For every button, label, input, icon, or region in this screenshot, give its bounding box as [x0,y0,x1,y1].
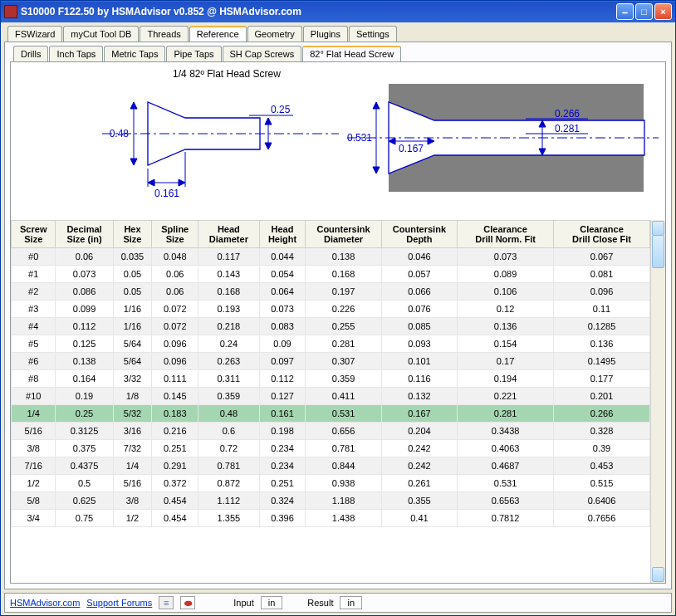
table-cell: 0.4375 [56,457,113,475]
col-header[interactable]: SplineSize [152,221,198,248]
table-row[interactable]: 7/160.43751/40.2910.7810.2340.8440.2420.… [12,457,650,475]
table-cell: 0.216 [152,423,198,440]
sb-icon-1[interactable]: ≡ [159,596,174,609]
svg-marker-10 [179,179,185,186]
main-tab-settings[interactable]: Settings [349,26,397,42]
table-cell: 1/8 [113,388,152,405]
table-row[interactable]: #00.060.0350.0480.1170.0440.1380.0460.07… [12,248,650,266]
table-cell: 7/16 [12,457,56,475]
table-row[interactable]: 1/40.255/320.1830.480.1610.5310.1670.281… [12,405,650,423]
table-cell: 3/32 [113,370,152,388]
table-row[interactable]: #80.1643/320.1110.3110.1120.3590.1160.19… [12,370,650,388]
sub-tab-82-flat-head-screw[interactable]: 82° Flat Head Screw [302,46,401,61]
col-header[interactable]: ScrewSize [12,221,56,248]
main-tab-mycut-tool-db[interactable]: myCut Tool DB [63,26,139,42]
sb-icon-2[interactable]: ⬬ [180,596,195,609]
main-tab-reference[interactable]: Reference [189,26,247,42]
table-cell: #4 [12,318,56,335]
col-header[interactable]: ClearanceDrill Norm. Fit [458,221,554,248]
main-tab-fswizard[interactable]: FSWizard [7,26,62,42]
table-cell: 0.218 [198,318,260,335]
close-button[interactable]: × [654,3,672,20]
table-cell: 5/64 [113,353,152,370]
table-row[interactable]: 3/40.751/20.4541.3550.3961.4380.410.7812… [12,510,650,527]
col-header[interactable]: CountersinkDepth [381,221,457,248]
table-cell: 0.096 [152,353,198,370]
table-cell: 0.453 [554,457,650,475]
table-cell: 0.168 [306,266,381,283]
table-cell: 0.09 [259,335,306,353]
table-cell: 0.112 [56,318,113,335]
table-cell: 0.266 [554,405,650,423]
table-cell: 0.3125 [56,423,113,440]
minimize-button[interactable]: ‒ [616,3,634,20]
statusbar: HSMAdvisor.com Support Forums ≡ ⬬ Input … [4,593,672,613]
table-row[interactable]: #40.1121/160.0720.2180.0830.2550.0850.13… [12,318,650,335]
table-cell: 0.117 [198,248,260,266]
input-unit[interactable]: in [261,596,283,609]
table-row[interactable]: #100.191/80.1450.3590.1270.4110.1320.221… [12,388,650,405]
table-row[interactable]: 5/160.31253/160.2160.60.1980.6560.2040.3… [12,423,650,440]
table-cell: #8 [12,370,56,388]
table-cell: 3/8 [12,440,56,457]
table-row[interactable]: #60.1385/640.0960.2630.0970.3070.1010.17… [12,353,650,370]
table-cell: 0.136 [554,335,650,353]
main-tabs: FSWizardmyCut Tool DBThreadsReferenceGeo… [1,22,675,42]
table-cell: 0.145 [152,388,198,405]
main-tab-threads[interactable]: Threads [140,26,188,42]
table-cell: 0.17 [458,353,554,370]
col-header[interactable]: ClearanceDrill Close Fit [554,221,650,248]
vertical-scrollbar[interactable] [650,220,665,583]
col-header[interactable]: CountersinkDiameter [306,221,381,248]
table-cell: 0.531 [458,475,554,492]
table-row[interactable]: 5/80.6253/80.4541.1120.3241.1880.3550.65… [12,492,650,510]
dim-cs-depth: 0.167 [399,143,424,154]
titlebar: S10000 F122.50 by HSMAdvisor v0.852 @ HS… [1,1,675,22]
table-cell: 1/16 [113,318,152,335]
col-header[interactable]: HeadHeight [259,221,306,248]
sub-tab-pipe-taps[interactable]: Pipe Taps [166,46,221,61]
table-cell: 0.143 [198,266,260,283]
main-tab-geometry[interactable]: Geometry [247,26,302,42]
table-row[interactable]: 3/80.3757/320.2510.720.2340.7810.2420.40… [12,440,650,457]
maximize-button[interactable]: □ [635,3,653,20]
link-support-forums[interactable]: Support Forums [86,598,152,608]
table-row[interactable]: 1/20.55/160.3720.8720.2510.9380.2610.531… [12,475,650,492]
link-hsmadvisor[interactable]: HSMAdvisor.com [10,598,80,608]
table-cell: 0.101 [381,353,457,370]
result-unit[interactable]: in [340,596,362,609]
sub-tab-sh-cap-screws[interactable]: SH Cap Screws [223,46,302,61]
table-row[interactable]: #30.0991/160.0720.1930.0730.2260.0760.12… [12,301,650,318]
table-cell: 0.073 [56,266,113,283]
col-header[interactable]: HeadDiameter [198,221,260,248]
table-cell: 0.291 [152,457,198,475]
sub-tab-inch-taps[interactable]: Inch Taps [49,46,103,61]
svg-marker-17 [373,102,380,109]
table-cell: 0.125 [56,335,113,353]
table-cell: 0.073 [259,301,306,318]
table-cell: 1/16 [113,301,152,318]
table-cell: 1/4 [113,457,152,475]
table-cell: 3/8 [113,492,152,510]
main-tab-plugins[interactable]: Plugins [303,26,348,42]
table-cell: 0.7656 [554,510,650,527]
table-row[interactable]: #50.1255/640.0960.240.090.2810.0930.1540… [12,335,650,353]
sub-tab-metric-taps[interactable]: Metric Taps [104,46,165,61]
sub-tab-drills[interactable]: Drills [13,46,48,61]
table-cell: 0.073 [458,248,554,266]
table-cell: 0.164 [56,370,113,388]
table-cell: 0.106 [458,283,554,301]
table-cell: 0.411 [306,388,381,405]
col-header[interactable]: HexSize [113,221,152,248]
table-row[interactable]: #20.0860.050.060.1680.0640.1970.0660.106… [12,283,650,301]
col-header[interactable]: DecimalSize (in) [56,221,113,248]
table-row[interactable]: #10.0730.050.060.1430.0540.1680.0570.089… [12,266,650,283]
dim-clr-close: 0.266 [555,108,580,120]
screw-table[interactable]: ScrewSizeDecimalSize (in)HexSizeSplineSi… [11,220,650,527]
table-cell: 1.188 [306,492,381,510]
table-cell: 5/16 [113,475,152,492]
table-cell: 0.324 [259,492,306,510]
table-cell: 0.48 [198,405,260,423]
table-cell: 0.255 [306,318,381,335]
diagram-title: 1/4 82º Flat Head Screw [173,68,281,80]
